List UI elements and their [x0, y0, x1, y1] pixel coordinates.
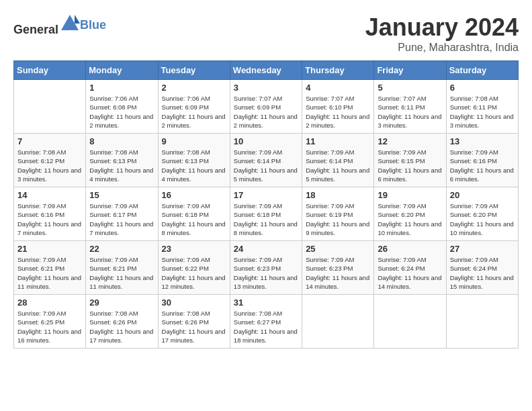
- header-tuesday: Tuesday: [158, 61, 230, 80]
- header-saturday: Saturday: [446, 61, 518, 80]
- day-info: Sunrise: 7:09 AMSunset: 6:18 PMDaylight:…: [162, 201, 226, 237]
- day-cell: 18Sunrise: 7:09 AMSunset: 6:19 PMDayligh…: [302, 187, 374, 241]
- week-row-0: 1Sunrise: 7:06 AMSunset: 6:08 PMDaylight…: [14, 80, 519, 134]
- logo: General Blue: [13, 13, 106, 37]
- day-info: Sunrise: 7:06 AMSunset: 6:09 PMDaylight:…: [162, 94, 226, 130]
- logo-icon: [60, 13, 80, 34]
- day-cell: 4Sunrise: 7:07 AMSunset: 6:10 PMDaylight…: [302, 80, 374, 134]
- header-thursday: Thursday: [302, 61, 374, 80]
- day-number: 3: [234, 83, 298, 93]
- day-info: Sunrise: 7:08 AMSunset: 6:12 PMDaylight:…: [17, 148, 82, 183]
- day-cell: 25Sunrise: 7:09 AMSunset: 6:23 PMDayligh…: [302, 241, 374, 295]
- day-info: Sunrise: 7:08 AMSunset: 6:11 PMDaylight:…: [450, 94, 515, 130]
- day-number: 27: [450, 244, 515, 254]
- day-number: 24: [234, 244, 298, 254]
- day-info: Sunrise: 7:08 AMSunset: 6:13 PMDaylight:…: [89, 148, 154, 183]
- day-number: 6: [450, 83, 515, 93]
- day-cell: 17Sunrise: 7:09 AMSunset: 6:18 PMDayligh…: [230, 187, 302, 241]
- day-info: Sunrise: 7:07 AMSunset: 6:11 PMDaylight:…: [378, 94, 442, 130]
- day-cell: 9Sunrise: 7:08 AMSunset: 6:13 PMDaylight…: [158, 134, 230, 187]
- day-number: 16: [162, 190, 226, 200]
- day-number: 11: [306, 136, 370, 146]
- day-info: Sunrise: 7:09 AMSunset: 6:24 PMDaylight:…: [378, 255, 442, 291]
- day-cell: 1Sunrise: 7:06 AMSunset: 6:08 PMDaylight…: [86, 80, 158, 134]
- week-row-2: 14Sunrise: 7:09 AMSunset: 6:16 PMDayligh…: [14, 187, 519, 241]
- day-number: 13: [450, 136, 515, 146]
- day-number: 31: [234, 298, 298, 308]
- day-cell: [14, 80, 86, 134]
- day-cell: 14Sunrise: 7:09 AMSunset: 6:16 PMDayligh…: [14, 187, 86, 241]
- day-info: Sunrise: 7:09 AMSunset: 6:22 PMDaylight:…: [162, 255, 226, 291]
- page-header: General Blue January 2024 Pune, Maharash…: [13, 13, 519, 54]
- day-info: Sunrise: 7:09 AMSunset: 6:16 PMDaylight:…: [450, 148, 515, 183]
- day-cell: 23Sunrise: 7:09 AMSunset: 6:22 PMDayligh…: [158, 241, 230, 295]
- day-info: Sunrise: 7:09 AMSunset: 6:14 PMDaylight:…: [306, 148, 370, 183]
- day-info: Sunrise: 7:09 AMSunset: 6:21 PMDaylight:…: [17, 255, 82, 291]
- day-number: 7: [17, 136, 82, 146]
- day-info: Sunrise: 7:09 AMSunset: 6:14 PMDaylight:…: [234, 148, 298, 183]
- day-cell: 27Sunrise: 7:09 AMSunset: 6:24 PMDayligh…: [446, 241, 518, 295]
- week-row-3: 21Sunrise: 7:09 AMSunset: 6:21 PMDayligh…: [14, 241, 519, 295]
- day-number: 22: [89, 244, 154, 254]
- day-number: 4: [306, 83, 370, 93]
- week-row-4: 28Sunrise: 7:09 AMSunset: 6:25 PMDayligh…: [14, 295, 519, 349]
- day-info: Sunrise: 7:07 AMSunset: 6:09 PMDaylight:…: [234, 94, 298, 130]
- day-cell: 31Sunrise: 7:08 AMSunset: 6:27 PMDayligh…: [230, 295, 302, 349]
- day-info: Sunrise: 7:09 AMSunset: 6:20 PMDaylight:…: [450, 201, 515, 237]
- day-number: 1: [89, 83, 154, 93]
- day-info: Sunrise: 7:09 AMSunset: 6:19 PMDaylight:…: [306, 201, 370, 237]
- day-number: 17: [234, 190, 298, 200]
- day-info: Sunrise: 7:09 AMSunset: 6:18 PMDaylight:…: [234, 201, 298, 237]
- day-cell: [374, 295, 446, 349]
- day-number: 25: [306, 244, 370, 254]
- location-subtitle: Pune, Maharashtra, India: [365, 42, 519, 54]
- calendar-header-row: SundayMondayTuesdayWednesdayThursdayFrid…: [14, 61, 519, 80]
- day-info: Sunrise: 7:06 AMSunset: 6:08 PMDaylight:…: [89, 94, 154, 130]
- day-info: Sunrise: 7:09 AMSunset: 6:16 PMDaylight:…: [17, 201, 82, 237]
- header-friday: Friday: [374, 61, 446, 80]
- day-cell: 6Sunrise: 7:08 AMSunset: 6:11 PMDaylight…: [446, 80, 518, 134]
- day-info: Sunrise: 7:09 AMSunset: 6:17 PMDaylight:…: [89, 201, 154, 237]
- day-number: 5: [378, 83, 442, 93]
- day-number: 10: [234, 136, 298, 146]
- day-info: Sunrise: 7:09 AMSunset: 6:25 PMDaylight:…: [17, 309, 82, 345]
- day-number: 12: [378, 136, 442, 146]
- day-cell: 2Sunrise: 7:06 AMSunset: 6:09 PMDaylight…: [158, 80, 230, 134]
- day-info: Sunrise: 7:09 AMSunset: 6:21 PMDaylight:…: [89, 255, 154, 291]
- day-cell: 21Sunrise: 7:09 AMSunset: 6:21 PMDayligh…: [14, 241, 86, 295]
- day-cell: 5Sunrise: 7:07 AMSunset: 6:11 PMDaylight…: [374, 80, 446, 134]
- day-cell: 26Sunrise: 7:09 AMSunset: 6:24 PMDayligh…: [374, 241, 446, 295]
- week-row-1: 7Sunrise: 7:08 AMSunset: 6:12 PMDaylight…: [14, 134, 519, 187]
- day-cell: 19Sunrise: 7:09 AMSunset: 6:20 PMDayligh…: [374, 187, 446, 241]
- calendar-table: SundayMondayTuesdayWednesdayThursdayFrid…: [13, 60, 519, 349]
- day-cell: 30Sunrise: 7:08 AMSunset: 6:26 PMDayligh…: [158, 295, 230, 349]
- day-info: Sunrise: 7:08 AMSunset: 6:13 PMDaylight:…: [162, 148, 226, 183]
- day-cell: 28Sunrise: 7:09 AMSunset: 6:25 PMDayligh…: [14, 295, 86, 349]
- title-block: January 2024 Pune, Maharashtra, India: [365, 13, 519, 54]
- day-cell: 13Sunrise: 7:09 AMSunset: 6:16 PMDayligh…: [446, 134, 518, 187]
- day-cell: [446, 295, 518, 349]
- day-number: 23: [162, 244, 226, 254]
- day-cell: [302, 295, 374, 349]
- day-info: Sunrise: 7:08 AMSunset: 6:26 PMDaylight:…: [89, 309, 154, 345]
- header-monday: Monday: [86, 61, 158, 80]
- day-info: Sunrise: 7:09 AMSunset: 6:23 PMDaylight:…: [306, 255, 370, 291]
- day-info: Sunrise: 7:08 AMSunset: 6:26 PMDaylight:…: [162, 309, 226, 345]
- day-number: 30: [162, 298, 226, 308]
- day-number: 18: [306, 190, 370, 200]
- day-number: 20: [450, 190, 515, 200]
- logo-blue: Blue: [80, 18, 106, 32]
- month-year-title: January 2024: [365, 13, 519, 42]
- day-number: 15: [89, 190, 154, 200]
- day-info: Sunrise: 7:08 AMSunset: 6:27 PMDaylight:…: [234, 309, 298, 345]
- day-cell: 16Sunrise: 7:09 AMSunset: 6:18 PMDayligh…: [158, 187, 230, 241]
- day-cell: 11Sunrise: 7:09 AMSunset: 6:14 PMDayligh…: [302, 134, 374, 187]
- day-cell: 12Sunrise: 7:09 AMSunset: 6:15 PMDayligh…: [374, 134, 446, 187]
- header-wednesday: Wednesday: [230, 61, 302, 80]
- svg-marker-1: [75, 15, 80, 24]
- logo-general: General: [13, 23, 58, 36]
- day-cell: 22Sunrise: 7:09 AMSunset: 6:21 PMDayligh…: [86, 241, 158, 295]
- day-cell: 24Sunrise: 7:09 AMSunset: 6:23 PMDayligh…: [230, 241, 302, 295]
- day-number: 14: [17, 190, 82, 200]
- day-cell: 3Sunrise: 7:07 AMSunset: 6:09 PMDaylight…: [230, 80, 302, 134]
